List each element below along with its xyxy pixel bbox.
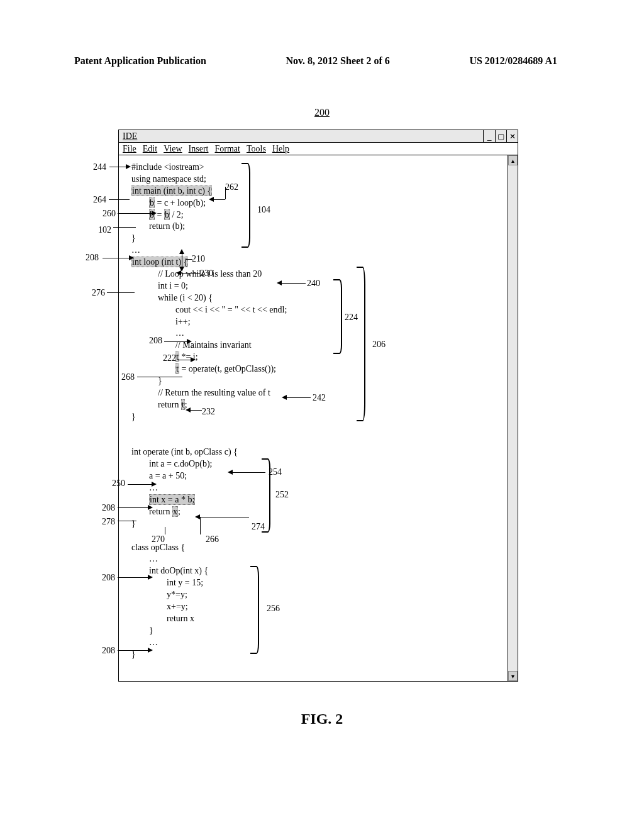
code-line: t = operate(t, getOpClass()); <box>131 363 287 375</box>
label-206: 206 <box>372 340 386 350</box>
code-line: … <box>131 553 287 565</box>
code-line: … <box>131 245 287 257</box>
code-line: using namespace std; <box>131 174 287 185</box>
label-254: 254 <box>269 467 282 477</box>
label-260: 260 <box>103 209 116 219</box>
header-left: Patent Application Publication <box>74 55 206 67</box>
header-right: US 2012/0284689 A1 <box>469 55 557 67</box>
label-250: 250 <box>112 479 125 489</box>
brace-224 <box>333 279 342 354</box>
hl-t2: t <box>175 363 179 374</box>
figure-number: 200 <box>0 107 644 118</box>
hl-b-assign: b <box>149 197 155 208</box>
menu-file[interactable]: File <box>123 144 136 154</box>
label-208e: 208 <box>102 646 115 656</box>
close-button[interactable]: ✕ <box>506 130 518 142</box>
menu-tools[interactable]: Tools <box>247 144 266 154</box>
label-242: 242 <box>313 393 326 403</box>
brace-104 <box>242 163 250 248</box>
scroll-down-button[interactable]: ▾ <box>508 671 518 681</box>
label-232: 232 <box>202 407 215 417</box>
label-102: 102 <box>98 225 111 235</box>
menu-insert[interactable]: Insert <box>189 144 209 154</box>
label-244: 244 <box>93 162 106 172</box>
label-266: 266 <box>206 534 219 545</box>
label-208a: 208 <box>86 253 99 263</box>
label-208d: 208 <box>102 573 115 583</box>
menu-view[interactable]: View <box>164 144 182 154</box>
brace-206 <box>357 267 365 421</box>
code-line: int main (int b, int c) { <box>131 185 287 197</box>
label-256: 256 <box>267 604 280 614</box>
header-center: Nov. 8, 2012 Sheet 2 of 6 <box>286 55 389 67</box>
label-210: 210 <box>192 254 205 264</box>
code-line: int i = 0; <box>131 280 287 292</box>
hl-b3: b <box>164 209 170 220</box>
label-104: 104 <box>257 205 270 215</box>
code-line: return (b); <box>131 221 287 233</box>
ide-window: IDE _ ▢ ✕ File Edit View Insert Format T… <box>118 130 518 682</box>
window-controls: _ ▢ ✕ <box>483 130 518 142</box>
label-262: 262 <box>225 182 238 192</box>
label-270: 270 <box>152 534 165 545</box>
hl-intx: int x = a * b; <box>149 494 195 505</box>
minimize-button[interactable]: _ <box>484 130 495 142</box>
menu-edit[interactable]: Edit <box>143 144 157 154</box>
code-line: int operate (int b, opClass c) { <box>131 446 287 458</box>
window-title: IDE <box>123 131 137 141</box>
label-276: 276 <box>92 288 105 298</box>
label-264: 264 <box>93 195 106 205</box>
code-line <box>131 434 287 446</box>
code-line: return x <box>131 613 287 625</box>
label-224: 224 <box>345 313 358 323</box>
code-line <box>131 423 287 435</box>
code-line: t *= i; <box>131 351 287 363</box>
code-line: // Return the resulting value of t <box>131 387 287 399</box>
menubar: File Edit View Insert Format Tools Help <box>119 143 518 155</box>
code-line: #include <iostream> <box>131 162 287 174</box>
label-208c: 208 <box>102 503 115 513</box>
code-line: int y = 15; <box>131 577 287 589</box>
maximize-button[interactable]: ▢ <box>495 130 506 142</box>
code-line: … <box>131 637 287 649</box>
hl-x: x <box>172 506 178 517</box>
code-line: int doOp(int x) { <box>131 565 287 577</box>
brace-256 <box>250 566 259 654</box>
scroll-up-button[interactable]: ▴ <box>508 155 518 165</box>
code-line: cout << i << " = " << t << endl; <box>131 304 287 316</box>
code-line: } <box>131 625 287 637</box>
label-208b: 208 <box>149 336 162 346</box>
label-274: 274 <box>252 522 265 532</box>
code-line: while (i < 20) { <box>131 292 287 304</box>
label-268: 268 <box>121 372 135 382</box>
code-line: } <box>131 649 287 661</box>
label-240: 240 <box>307 279 320 289</box>
hl-loop-sig: int loop (int t) { <box>131 257 188 267</box>
hl-main-sig: int main (int b, int c) { <box>131 185 212 196</box>
figure-caption: FIG. 2 <box>0 711 644 728</box>
code-line: x+=y; <box>131 601 287 613</box>
menu-format[interactable]: Format <box>215 144 240 154</box>
label-222: 222 <box>163 353 176 363</box>
code-line: int loop (int t) { <box>131 257 287 268</box>
code-line: y*=y; <box>131 589 287 601</box>
menu-help[interactable]: Help <box>272 144 289 154</box>
code-line: i++; <box>131 316 287 328</box>
titlebar: IDE _ ▢ ✕ <box>119 130 518 143</box>
label-230: 230 <box>200 268 213 279</box>
code-line: } <box>131 233 287 245</box>
label-252: 252 <box>275 490 289 500</box>
hl-t3: t <box>181 399 185 410</box>
label-278: 278 <box>102 517 115 527</box>
vertical-scrollbar[interactable]: ▴ ▾ <box>508 155 518 681</box>
